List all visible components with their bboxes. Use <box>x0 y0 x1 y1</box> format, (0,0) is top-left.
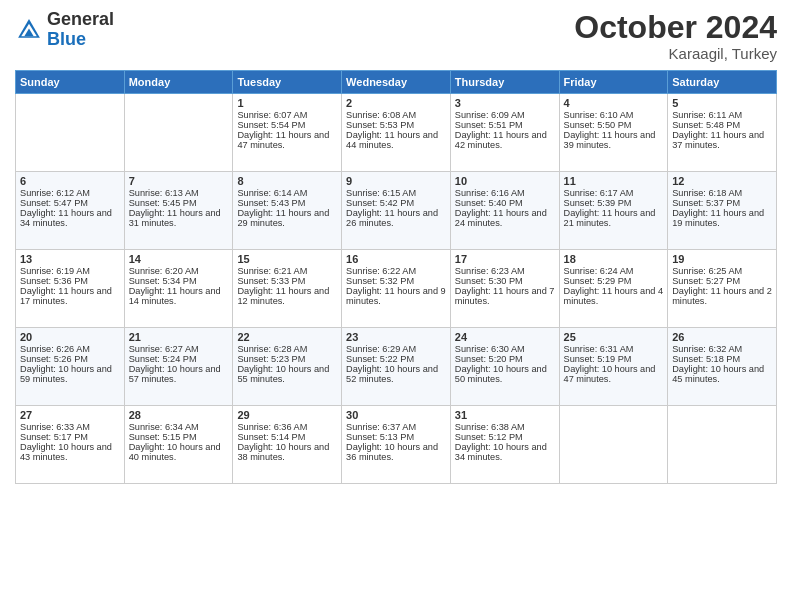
sunrise-text: Sunrise: 6:20 AM <box>129 266 229 276</box>
sunrise-text: Sunrise: 6:08 AM <box>346 110 446 120</box>
daylight-text: Daylight: 10 hours and 43 minutes. <box>20 442 120 462</box>
sunset-text: Sunset: 5:42 PM <box>346 198 446 208</box>
sunset-text: Sunset: 5:15 PM <box>129 432 229 442</box>
day-number: 15 <box>237 253 337 265</box>
weekday-header: Thursday <box>450 71 559 94</box>
daylight-text: Daylight: 11 hours and 12 minutes. <box>237 286 337 306</box>
sunrise-text: Sunrise: 6:12 AM <box>20 188 120 198</box>
calendar-cell: 30Sunrise: 6:37 AMSunset: 5:13 PMDayligh… <box>342 406 451 484</box>
sunrise-text: Sunrise: 6:32 AM <box>672 344 772 354</box>
weekday-header: Monday <box>124 71 233 94</box>
day-number: 21 <box>129 331 229 343</box>
calendar-cell: 12Sunrise: 6:18 AMSunset: 5:37 PMDayligh… <box>668 172 777 250</box>
header: General Blue October 2024 Karaagil, Turk… <box>15 10 777 62</box>
calendar-cell: 6Sunrise: 6:12 AMSunset: 5:47 PMDaylight… <box>16 172 125 250</box>
day-number: 3 <box>455 97 555 109</box>
calendar-cell: 7Sunrise: 6:13 AMSunset: 5:45 PMDaylight… <box>124 172 233 250</box>
sunset-text: Sunset: 5:45 PM <box>129 198 229 208</box>
logo-general: General <box>47 9 114 29</box>
daylight-text: Daylight: 11 hours and 2 minutes. <box>672 286 772 306</box>
day-number: 12 <box>672 175 772 187</box>
sunrise-text: Sunrise: 6:30 AM <box>455 344 555 354</box>
sunset-text: Sunset: 5:53 PM <box>346 120 446 130</box>
daylight-text: Daylight: 10 hours and 50 minutes. <box>455 364 555 384</box>
calendar-cell: 23Sunrise: 6:29 AMSunset: 5:22 PMDayligh… <box>342 328 451 406</box>
sunrise-text: Sunrise: 6:34 AM <box>129 422 229 432</box>
daylight-text: Daylight: 11 hours and 9 minutes. <box>346 286 446 306</box>
day-number: 8 <box>237 175 337 187</box>
calendar-cell: 15Sunrise: 6:21 AMSunset: 5:33 PMDayligh… <box>233 250 342 328</box>
calendar-cell: 28Sunrise: 6:34 AMSunset: 5:15 PMDayligh… <box>124 406 233 484</box>
day-number: 11 <box>564 175 664 187</box>
calendar-cell: 1Sunrise: 6:07 AMSunset: 5:54 PMDaylight… <box>233 94 342 172</box>
sunset-text: Sunset: 5:29 PM <box>564 276 664 286</box>
day-number: 31 <box>455 409 555 421</box>
daylight-text: Daylight: 10 hours and 40 minutes. <box>129 442 229 462</box>
sunrise-text: Sunrise: 6:16 AM <box>455 188 555 198</box>
calendar-cell: 26Sunrise: 6:32 AMSunset: 5:18 PMDayligh… <box>668 328 777 406</box>
weekday-header: Saturday <box>668 71 777 94</box>
sunset-text: Sunset: 5:40 PM <box>455 198 555 208</box>
calendar-cell: 14Sunrise: 6:20 AMSunset: 5:34 PMDayligh… <box>124 250 233 328</box>
sunrise-text: Sunrise: 6:28 AM <box>237 344 337 354</box>
sunrise-text: Sunrise: 6:24 AM <box>564 266 664 276</box>
daylight-text: Daylight: 10 hours and 59 minutes. <box>20 364 120 384</box>
day-number: 9 <box>346 175 446 187</box>
sunset-text: Sunset: 5:47 PM <box>20 198 120 208</box>
sunset-text: Sunset: 5:34 PM <box>129 276 229 286</box>
calendar-cell: 10Sunrise: 6:16 AMSunset: 5:40 PMDayligh… <box>450 172 559 250</box>
sunrise-text: Sunrise: 6:33 AM <box>20 422 120 432</box>
day-number: 1 <box>237 97 337 109</box>
day-number: 14 <box>129 253 229 265</box>
sunset-text: Sunset: 5:26 PM <box>20 354 120 364</box>
calendar-week-row: 27Sunrise: 6:33 AMSunset: 5:17 PMDayligh… <box>16 406 777 484</box>
sunset-text: Sunset: 5:22 PM <box>346 354 446 364</box>
weekday-header: Sunday <box>16 71 125 94</box>
sunrise-text: Sunrise: 6:14 AM <box>237 188 337 198</box>
calendar-cell: 9Sunrise: 6:15 AMSunset: 5:42 PMDaylight… <box>342 172 451 250</box>
sunset-text: Sunset: 5:19 PM <box>564 354 664 364</box>
weekday-header: Friday <box>559 71 668 94</box>
sunrise-text: Sunrise: 6:38 AM <box>455 422 555 432</box>
sunset-text: Sunset: 5:17 PM <box>20 432 120 442</box>
calendar-cell: 16Sunrise: 6:22 AMSunset: 5:32 PMDayligh… <box>342 250 451 328</box>
calendar-cell: 20Sunrise: 6:26 AMSunset: 5:26 PMDayligh… <box>16 328 125 406</box>
sunset-text: Sunset: 5:43 PM <box>237 198 337 208</box>
day-number: 23 <box>346 331 446 343</box>
daylight-text: Daylight: 11 hours and 37 minutes. <box>672 130 772 150</box>
calendar-cell <box>668 406 777 484</box>
sunrise-text: Sunrise: 6:17 AM <box>564 188 664 198</box>
calendar-cell: 19Sunrise: 6:25 AMSunset: 5:27 PMDayligh… <box>668 250 777 328</box>
sunrise-text: Sunrise: 6:36 AM <box>237 422 337 432</box>
day-number: 10 <box>455 175 555 187</box>
calendar-cell: 4Sunrise: 6:10 AMSunset: 5:50 PMDaylight… <box>559 94 668 172</box>
sunset-text: Sunset: 5:54 PM <box>237 120 337 130</box>
daylight-text: Daylight: 10 hours and 38 minutes. <box>237 442 337 462</box>
logo-icon <box>15 16 43 44</box>
day-number: 26 <box>672 331 772 343</box>
sunset-text: Sunset: 5:30 PM <box>455 276 555 286</box>
daylight-text: Daylight: 10 hours and 57 minutes. <box>129 364 229 384</box>
weekday-header-row: SundayMondayTuesdayWednesdayThursdayFrid… <box>16 71 777 94</box>
weekday-header: Wednesday <box>342 71 451 94</box>
daylight-text: Daylight: 11 hours and 21 minutes. <box>564 208 664 228</box>
daylight-text: Daylight: 10 hours and 45 minutes. <box>672 364 772 384</box>
sunset-text: Sunset: 5:37 PM <box>672 198 772 208</box>
sunset-text: Sunset: 5:33 PM <box>237 276 337 286</box>
calendar-cell <box>124 94 233 172</box>
day-number: 22 <box>237 331 337 343</box>
day-number: 30 <box>346 409 446 421</box>
calendar-cell: 8Sunrise: 6:14 AMSunset: 5:43 PMDaylight… <box>233 172 342 250</box>
sunset-text: Sunset: 5:39 PM <box>564 198 664 208</box>
sunrise-text: Sunrise: 6:09 AM <box>455 110 555 120</box>
sunset-text: Sunset: 5:18 PM <box>672 354 772 364</box>
calendar-cell: 24Sunrise: 6:30 AMSunset: 5:20 PMDayligh… <box>450 328 559 406</box>
day-number: 24 <box>455 331 555 343</box>
sunset-text: Sunset: 5:51 PM <box>455 120 555 130</box>
calendar-cell: 21Sunrise: 6:27 AMSunset: 5:24 PMDayligh… <box>124 328 233 406</box>
daylight-text: Daylight: 11 hours and 4 minutes. <box>564 286 664 306</box>
calendar-cell: 5Sunrise: 6:11 AMSunset: 5:48 PMDaylight… <box>668 94 777 172</box>
calendar-cell <box>559 406 668 484</box>
logo-text: General Blue <box>47 10 114 50</box>
day-number: 2 <box>346 97 446 109</box>
